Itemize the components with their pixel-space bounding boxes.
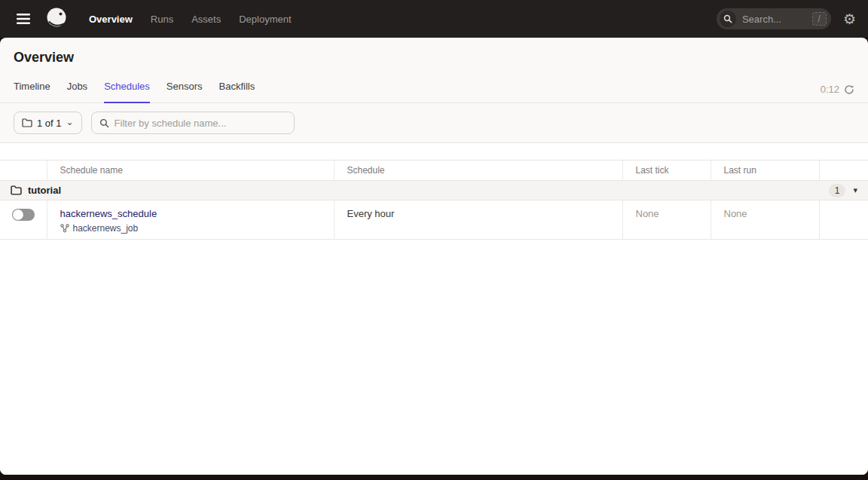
schedule-name-cell: hackernews_schedule hackernews_job — [47, 200, 334, 240]
header-schedule-name: Schedule name — [47, 161, 334, 181]
page-title: Overview — [14, 49, 854, 66]
page-header: Overview — [0, 38, 868, 66]
caret-down-icon[interactable]: ▾ — [853, 185, 857, 195]
nav-item-overview[interactable]: Overview — [89, 14, 133, 25]
dagster-logo-icon[interactable] — [44, 5, 71, 32]
global-search-input[interactable] — [742, 14, 802, 25]
header-last-run: Last run — [711, 161, 819, 181]
schedule-filter[interactable] — [91, 112, 295, 134]
tab-timeline[interactable]: Timeline — [14, 76, 50, 103]
nav-item-deployment[interactable]: Deployment — [239, 14, 291, 25]
table-header-row: Schedule name Schedule Last tick Last ru… — [0, 161, 868, 181]
filter-bar: 1 of 1 ⌄ — [0, 103, 868, 143]
content-area: Overview Timeline Jobs Schedules Sensors… — [0, 38, 868, 475]
tab-backfills[interactable]: Backfills — [219, 76, 255, 103]
header-toggle-column — [0, 161, 47, 181]
tabs-row: Timeline Jobs Schedules Sensors Backfill… — [0, 76, 868, 103]
repo-selector-label: 1 of 1 — [37, 118, 62, 129]
gear-icon[interactable]: ⚙ — [843, 12, 856, 26]
last-run-cell: None — [711, 200, 819, 240]
folder-icon — [22, 118, 32, 127]
schedule-cron-cell: Every hour — [334, 200, 622, 240]
schedules-table: Schedule name Schedule Last tick Last ru… — [0, 160, 868, 240]
nav-item-runs[interactable]: Runs — [151, 14, 173, 25]
nav-item-assets[interactable]: Assets — [191, 14, 221, 25]
group-name: tutorial — [28, 185, 61, 196]
chevron-down-icon: ⌄ — [66, 118, 74, 127]
group-row-tutorial[interactable]: tutorial 1 ▾ — [0, 181, 868, 200]
header-actions-column — [819, 161, 868, 181]
group-count-badge: 1 — [829, 184, 846, 197]
job-icon — [60, 224, 69, 233]
header-last-tick: Last tick — [622, 161, 711, 181]
filter-search-icon — [99, 118, 109, 128]
schedules-section: Schedule name Schedule Last tick Last ru… — [0, 143, 868, 475]
schedule-toggle[interactable] — [12, 209, 35, 221]
tab-sensors[interactable]: Sensors — [167, 76, 203, 103]
folder-icon — [11, 185, 22, 195]
tab-jobs[interactable]: Jobs — [67, 76, 87, 103]
schedule-name-link[interactable]: hackernews_schedule — [60, 208, 157, 219]
search-icon — [720, 11, 736, 27]
tab-schedules[interactable]: Schedules — [104, 76, 150, 103]
schedule-row: hackernews_schedule hackernews_job Every… — [0, 200, 868, 240]
refresh-timer: 0:12 — [821, 84, 839, 95]
tabs: Timeline Jobs Schedules Sensors Backfill… — [14, 76, 255, 102]
job-name-link[interactable]: hackernews_job — [73, 223, 139, 234]
toggle-cell — [0, 200, 47, 240]
top-nav: Overview Runs Assets Deployment / ⚙ — [0, 0, 868, 38]
schedule-filter-input[interactable] — [115, 118, 286, 129]
global-search[interactable]: / — [717, 8, 831, 29]
refresh-icon[interactable] — [844, 84, 854, 95]
hamburger-menu-icon[interactable] — [11, 6, 36, 32]
nav-links: Overview Runs Assets Deployment — [89, 14, 292, 25]
last-tick-cell: None — [622, 200, 711, 240]
actions-cell — [819, 200, 868, 240]
repo-selector-button[interactable]: 1 of 1 ⌄ — [14, 112, 82, 134]
search-shortcut-badge: / — [812, 12, 827, 26]
header-schedule: Schedule — [334, 161, 622, 181]
